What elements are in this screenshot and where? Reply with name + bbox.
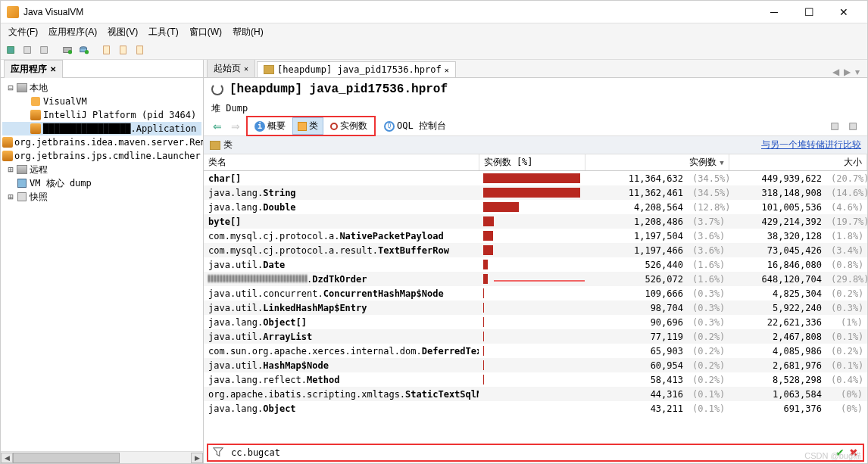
cell-classname: com.sun.org.apache.xerces.internal.dom.D… xyxy=(204,345,479,357)
compare-link[interactable]: 与另一个堆转储进行比较 xyxy=(761,139,861,151)
java-icon xyxy=(30,109,42,121)
toolbar-extra-2[interactable] xyxy=(846,119,861,134)
menu-view[interactable]: 视图(V) xyxy=(103,24,142,40)
toolbar-btn-2[interactable] xyxy=(20,42,36,58)
tab-close-icon[interactable]: ✕ xyxy=(50,65,56,73)
table-row[interactable]: .DzdTkOrder526,072(1.6%)648,120,704(29.8… xyxy=(204,272,867,286)
table-row[interactable]: com.mysql.cj.protocol.a.NativePacketPayl… xyxy=(204,229,867,243)
nav-fwd-icon[interactable]: ⇒ xyxy=(228,119,243,134)
toolbar-btn-4[interactable] xyxy=(60,42,75,58)
toolbar-btn-8[interactable] xyxy=(133,42,148,58)
cell-inst-pct: (12.8%) xyxy=(688,201,729,213)
scroll-right-icon[interactable]: ▶ xyxy=(191,453,203,463)
table-row[interactable]: java.lang.Double4,208,564(12.8%)101,005,… xyxy=(204,200,867,214)
classes-icon xyxy=(298,122,307,131)
tree-node[interactable]: ⊞远程 xyxy=(2,163,201,176)
svg-rect-0 xyxy=(8,46,14,53)
toolbar-extra-1[interactable] xyxy=(828,119,843,134)
scroll-left-icon[interactable]: ◀ xyxy=(1,453,13,463)
table-body[interactable]: char[]11,364,632(34.5%)449,939,622(20.7%… xyxy=(204,171,867,444)
tree-node[interactable]: ⊞快照 xyxy=(2,190,201,204)
cell-classname: byte[] xyxy=(204,216,479,228)
toolbar-btn-7[interactable] xyxy=(116,42,131,58)
table-row[interactable]: com.mysql.cj.protocol.a.result.TextBuffe… xyxy=(204,243,867,257)
applications-tab[interactable]: 应用程序 ✕ xyxy=(4,60,63,78)
table-row[interactable]: char[]11,364,632(34.5%)449,939,622(20.7%… xyxy=(204,171,867,185)
main-toolbar xyxy=(1,40,867,60)
table-row[interactable]: java.lang.reflect.Method58,413(0.2%)8,52… xyxy=(204,372,867,387)
cell-bar xyxy=(479,345,585,357)
nav-back-icon[interactable]: ⇐ xyxy=(210,119,225,134)
section-bar: 类 与另一个堆转储进行比较 xyxy=(204,136,867,154)
menu-app[interactable]: 应用程序(A) xyxy=(44,24,101,40)
highlight-box: i 概要 类 实例数 xyxy=(246,116,376,136)
menu-file[interactable]: 文件(F) xyxy=(4,24,42,40)
cell-instances: 90,696 xyxy=(585,316,688,329)
tab-heapdump[interactable]: [heapdump] java_pid17536.hprof ✕ xyxy=(257,61,456,77)
toolbar-btn-3[interactable] xyxy=(37,42,52,58)
tab-menu-icon[interactable]: ▾ xyxy=(855,67,860,77)
tree-hscroll[interactable]: ◀ ▶ xyxy=(1,451,203,463)
table-row[interactable]: java.lang.Object43,211(0.1%)691,376(0%) xyxy=(204,401,867,416)
app-tree[interactable]: ⊟本地VisualVMIntelliJ Platform (pid 3464)█… xyxy=(1,78,203,451)
tree-node[interactable]: VM 核心 dump xyxy=(2,176,201,190)
tree-node-label: IntelliJ Platform (pid 3464) xyxy=(43,110,196,120)
tree-node[interactable]: org.jetbrains.idea.maven.server.RemoteMa… xyxy=(2,135,201,149)
tree-node[interactable]: VisualVM xyxy=(2,95,201,108)
menu-help[interactable]: 帮助(H) xyxy=(228,24,268,40)
tree-toggle-icon[interactable]: ⊟ xyxy=(5,83,16,93)
filter-input[interactable] xyxy=(229,446,831,459)
table-row[interactable]: java.lang.Object[]90,696(0.3%)22,621,336… xyxy=(204,315,867,329)
cell-inst-pct: (0.2%) xyxy=(688,374,729,386)
view-classes-button[interactable]: 类 xyxy=(292,117,323,135)
table-row[interactable]: java.util.LinkedHashMap$Entry98,704(0.3%… xyxy=(204,301,867,315)
table-row[interactable]: org.apache.ibatis.scripting.xmltags.Stat… xyxy=(204,387,867,401)
toolbar-btn-1[interactable] xyxy=(4,42,19,58)
col-size[interactable]: 大小 xyxy=(729,154,867,170)
table-row[interactable]: byte[]1,208,486(3.7%)429,214,392(19.7%) xyxy=(204,214,867,229)
tree-node[interactable]: IntelliJ Platform (pid 3464) xyxy=(2,108,201,122)
cell-size-pct: (0.8%) xyxy=(826,259,867,271)
table-row[interactable]: java.lang.String11,362,461(34.5%)318,148… xyxy=(204,185,867,200)
table-row[interactable]: java.util.concurrent.ConcurrentHashMap$N… xyxy=(204,286,867,301)
section-label: 类 xyxy=(223,139,233,151)
cell-bar xyxy=(479,216,585,227)
table-row[interactable]: java.util.HashMap$Node60,954(0.2%)2,681,… xyxy=(204,358,867,372)
minimize-button[interactable]: ─ xyxy=(757,1,792,23)
table-row[interactable]: java.util.ArrayList77,119(0.2%)2,467,808… xyxy=(204,329,867,344)
tree-toggle-icon[interactable]: ⊞ xyxy=(5,192,16,202)
tree-node[interactable]: ████████████████.Application xyxy=(2,122,201,135)
tab-close-icon[interactable]: ✕ xyxy=(244,64,248,73)
tab-close-icon[interactable]: ✕ xyxy=(445,66,449,74)
cell-size: 73,045,426 xyxy=(729,244,826,257)
view-instances-button[interactable]: 实例数 xyxy=(325,117,373,135)
view-overview-button[interactable]: i 概要 xyxy=(249,117,291,135)
filter-icon xyxy=(213,447,225,459)
tree-toggle-icon[interactable]: ⊞ xyxy=(5,164,16,175)
watermark: CSDN @bug猫 xyxy=(804,450,861,462)
cell-bar xyxy=(479,316,585,328)
refresh-icon[interactable] xyxy=(211,83,223,95)
menu-tools[interactable]: 工具(T) xyxy=(144,24,183,40)
cell-instances: 11,362,461 xyxy=(585,187,688,199)
table-row[interactable]: com.sun.org.apache.xerces.internal.dom.D… xyxy=(204,344,867,358)
table-row[interactable]: java.util.Date526,440(1.6%)16,846,080(0.… xyxy=(204,257,867,272)
tree-node-label: 快照 xyxy=(30,191,48,204)
maximize-button[interactable]: ☐ xyxy=(792,1,826,23)
col-instance-pct[interactable]: 实例数 [%] xyxy=(479,154,585,170)
cell-bar xyxy=(479,288,585,299)
tree-node[interactable]: ⊟本地 xyxy=(2,81,201,95)
toolbar-btn-5[interactable] xyxy=(76,42,92,58)
menu-window[interactable]: 窗口(W) xyxy=(185,24,226,40)
tree-node[interactable]: org.jetbrains.jps.cmdline.Launcher xyxy=(2,149,201,163)
col-instances[interactable]: 实例数 xyxy=(585,154,729,170)
tab-prev-icon[interactable]: ◀ xyxy=(832,67,839,77)
tab-start-page[interactable]: 起始页 ✕ xyxy=(207,60,255,77)
cell-instances: 77,119 xyxy=(585,331,688,343)
view-oql-button[interactable]: Q OQL 控制台 xyxy=(379,117,451,135)
close-button[interactable]: ✕ xyxy=(826,1,861,23)
toolbar-btn-6[interactable] xyxy=(99,42,114,58)
tab-next-icon[interactable]: ▶ xyxy=(844,67,851,77)
col-classname[interactable]: 类名 xyxy=(204,154,479,170)
cell-instances: 526,072 xyxy=(585,273,688,285)
